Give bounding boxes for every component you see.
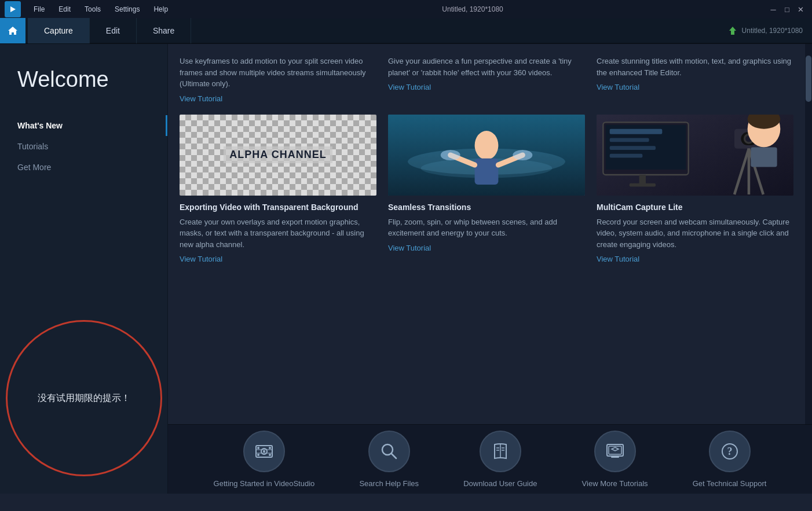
action-more-tutorials[interactable]: View More Tutorials (582, 431, 648, 488)
card-multicam-desc: Record your screen and webcam simultaneo… (597, 216, 793, 251)
svg-rect-17 (610, 146, 656, 150)
sidebar-nav: What's New Tutorials Get More (0, 109, 167, 183)
tutorial-card-alphachannel: ALPHA CHANNEL Exporting Video with Trans… (180, 115, 376, 264)
svg-rect-20 (630, 183, 656, 186)
top-nav: Capture Edit Share Untitled, 1920*1080 (0, 19, 812, 44)
more-tutorials-icon (594, 431, 636, 472)
getting-started-label: Getting Started in VideoStudio (214, 479, 315, 488)
title-bar-left: File Edit Tools Settings Help (5, 1, 174, 17)
window-title: Untitled, 1920*1080 (442, 5, 503, 13)
svg-marker-0 (10, 6, 16, 12)
menu-settings[interactable]: Settings (109, 3, 145, 16)
alphachannel-thumb-text: ALPHA CHANNEL (224, 146, 332, 163)
svg-rect-19 (639, 175, 646, 185)
maximize-button[interactable]: □ (781, 3, 793, 16)
annotation-circle: 没有试用期限的提示！ (6, 320, 162, 476)
tech-support-label: Get Technical Support (693, 479, 767, 488)
card-alphachannel-link[interactable]: View Tutorial (180, 255, 376, 263)
scrollbar-track (805, 44, 812, 424)
svg-point-35 (269, 447, 271, 449)
getting-started-icon (243, 431, 285, 472)
main-layout: Welcome What's New Tutorials Get More 没有… (0, 44, 812, 494)
card-multicam-link[interactable]: View Tutorial (597, 255, 793, 263)
upload-button[interactable] (723, 21, 742, 40)
card-alphachannel-title: Exporting Video with Transparent Backgro… (180, 203, 376, 212)
svg-rect-7 (475, 158, 499, 184)
action-user-guide[interactable]: Download User Guide (463, 431, 537, 488)
card-transitions-link[interactable]: View Tutorial (388, 244, 585, 252)
search-help-icon (368, 431, 410, 472)
svg-point-33 (263, 450, 265, 453)
menu-help[interactable]: Help (148, 3, 174, 16)
card-transitions-title: Seamless Transitions (388, 203, 585, 212)
svg-rect-15 (610, 128, 663, 134)
action-getting-started[interactable]: Getting Started in VideoStudio (214, 431, 315, 488)
card-alphachannel-desc: Create your own overlays and export moti… (180, 216, 376, 251)
svg-rect-30 (751, 147, 777, 167)
search-help-label: Search Help Files (359, 479, 419, 488)
nav-tab-edit[interactable]: Edit (90, 18, 137, 43)
svg-line-41 (392, 454, 396, 458)
svg-point-37 (269, 454, 271, 456)
annotation-text: 没有试用期限的提示！ (38, 392, 130, 405)
svg-point-10 (441, 149, 460, 160)
action-search-help[interactable]: Search Help Files (359, 431, 419, 488)
tutorial-card-titleeditor: Create stunning titles with motion, text… (597, 56, 793, 103)
svg-marker-50 (612, 447, 619, 451)
svg-point-36 (257, 454, 259, 456)
nav-tab-share[interactable]: Share (137, 18, 191, 43)
card-keyframes-link[interactable]: View Tutorial (180, 94, 376, 103)
card-titleeditor-link[interactable]: View Tutorial (597, 83, 793, 91)
scrollbar-thumb[interactable] (806, 56, 811, 102)
card-transitions-thumb (388, 115, 585, 196)
more-tutorials-label: View More Tutorials (582, 479, 648, 488)
nav-home-button[interactable] (0, 18, 25, 43)
action-tech-support[interactable]: ? Get Technical Support (693, 431, 767, 488)
svg-point-11 (513, 149, 532, 160)
tutorial-card-transitions: Seamless Transitions Flip, zoom, spin, o… (388, 115, 585, 264)
user-guide-label: Download User Guide (463, 479, 537, 488)
card-transitions-desc: Flip, zoom, spin, or whip between scenes… (388, 216, 585, 239)
card-keyframes-desc: Use keyframes to add motion to your spli… (180, 56, 376, 90)
resolution-label: Untitled, 1920*1080 (742, 27, 803, 35)
card-360video-link[interactable]: View Tutorial (388, 83, 585, 91)
bottom-bar: Getting Started in VideoStudio Search He… (168, 424, 812, 494)
svg-point-34 (257, 447, 259, 449)
sidebar-item-getmore[interactable]: Get More (0, 157, 167, 178)
svg-rect-16 (610, 138, 649, 142)
minimize-button[interactable]: ─ (767, 3, 780, 16)
tutorial-card-multicam: MultiCam Capture Lite Record your screen… (597, 115, 793, 264)
card-multicam-title: MultiCam Capture Lite (597, 203, 793, 212)
card-titleeditor-desc: Create stunning titles with motion, text… (597, 56, 793, 78)
tutorial-grid: Use keyframes to add motion to your spli… (180, 56, 793, 275)
user-guide-icon (480, 431, 521, 472)
tutorial-card-360video: Give your audience a fun perspective and… (388, 56, 585, 103)
svg-point-6 (475, 131, 499, 160)
card-multicam-thumb (597, 115, 793, 196)
title-bar: File Edit Tools Settings Help Untitled, … (0, 0, 812, 19)
title-bar-controls: ─ □ ✕ (767, 3, 807, 16)
sidebar: Welcome What's New Tutorials Get More 没有… (0, 44, 168, 494)
app-logo[interactable] (5, 1, 21, 17)
svg-rect-18 (610, 153, 643, 157)
svg-marker-2 (729, 27, 736, 35)
card-alphachannel-thumb: ALPHA CHANNEL (180, 115, 376, 196)
svg-text:?: ? (727, 446, 732, 457)
tech-support-icon: ? (709, 431, 751, 472)
menu-edit[interactable]: Edit (53, 3, 76, 16)
nav-tab-capture[interactable]: Capture (28, 18, 90, 43)
sidebar-item-whatsnew[interactable]: What's New (0, 115, 167, 136)
tutorial-card-keyframes: Use keyframes to add motion to your spli… (180, 56, 376, 103)
sidebar-item-tutorials[interactable]: Tutorials (0, 136, 167, 157)
svg-marker-1 (8, 27, 17, 35)
content-area: Use keyframes to add motion to your spli… (168, 44, 805, 424)
card-360video-desc: Give your audience a fun perspective and… (388, 56, 585, 78)
menu-tools[interactable]: Tools (79, 3, 107, 16)
menu-file[interactable]: File (28, 3, 50, 16)
welcome-title: Welcome (0, 67, 167, 109)
close-button[interactable]: ✕ (795, 3, 807, 16)
